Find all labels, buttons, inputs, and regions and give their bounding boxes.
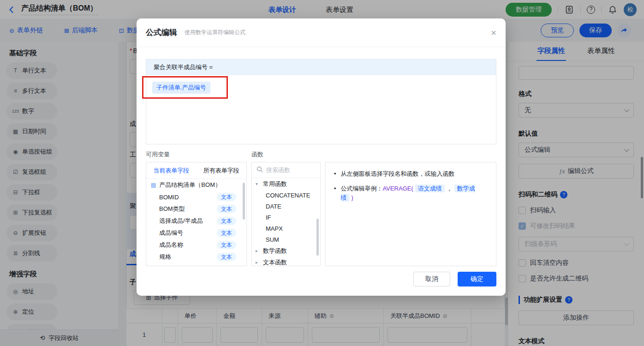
modal-subtitle: 使用数学运算符编辑公式 [185, 29, 245, 36]
formula-target: 聚合关联半成品编号 = [146, 60, 496, 75]
hint-line-2: • 公式编辑举例：AVERAGE(语文成绩，数学成绩) [334, 184, 488, 203]
functions-scrollbar[interactable] [316, 219, 319, 256]
modal-title: 公式编辑 [146, 27, 177, 38]
app-root: 产品结构清单（BOM） 表单设计 表单设置 数据管理 ? 检 ⊘表单外链 ⊠后端… [0, 0, 644, 346]
modal-header: 公式编辑 使用数学运算符编辑公式 × [137, 18, 506, 47]
function-search-input[interactable] [266, 167, 312, 173]
document-icon: ▤ [151, 182, 156, 188]
cancel-button[interactable]: 取消 [413, 272, 450, 286]
hints-panel: • 从左侧面板选择字段名和函数，或输入函数 • 公式编辑举例：AVERAGE(语… [325, 162, 496, 266]
chevron-right-icon: ▸ [256, 248, 260, 253]
function-group-text[interactable]: ▸ 文本函数 [252, 257, 320, 266]
variables-tabs: 当前表单字段 所有表单字段 [146, 162, 246, 179]
example-field-chip: 语文成绩 [415, 185, 445, 192]
tab-all-form-fields[interactable]: 所有表单字段 [203, 167, 239, 175]
formula-field-chip[interactable]: 子件清单.产品编号 [152, 82, 210, 94]
function-name-example: AVERAGE( [383, 185, 413, 192]
function-item[interactable]: CONCATENATE [252, 190, 320, 201]
formula-input-area[interactable]: 子件清单.产品编号 [146, 75, 496, 144]
function-item[interactable]: MAPX [252, 223, 320, 234]
variable-field[interactable]: BOMID文本 [146, 191, 246, 203]
variable-field[interactable]: 选择成品/半成品文本 [146, 215, 246, 227]
field-type-badge: 文本 [217, 253, 236, 261]
functions-label: 函数 [251, 150, 325, 159]
chevron-right-icon: ▸ [256, 260, 260, 265]
field-type-badge: 文本 [217, 229, 236, 237]
panel-labels: 可用变量 函数 [146, 150, 496, 159]
modal-footer: 取消 确定 [413, 272, 496, 286]
field-type-badge: 文本 [217, 193, 236, 201]
function-item[interactable]: DATE [252, 201, 320, 212]
variable-field[interactable]: 成品名称文本 [146, 239, 246, 251]
confirm-button[interactable]: 确定 [458, 272, 496, 286]
field-type-badge: 文本 [217, 217, 236, 225]
tab-current-form-fields[interactable]: 当前表单字段 [153, 167, 189, 175]
function-search[interactable] [252, 162, 320, 178]
functions-panel: ▾ 常用函数 CONCATENATE DATE IF MAPX SUM ▸ 数学… [251, 162, 321, 266]
chevron-down-icon: ▾ [256, 181, 260, 186]
panels-row: 当前表单字段 所有表单字段 ▤ 产品结构清单（BOM） BOMID文本 BOM类… [146, 162, 496, 266]
search-icon [256, 166, 263, 174]
variables-label: 可用变量 [146, 150, 251, 159]
field-type-badge: 文本 [217, 205, 236, 213]
modal-body: 聚合关联半成品编号 = 子件清单.产品编号 可用变量 函数 当前表单字段 所有表… [137, 47, 506, 275]
variable-field[interactable]: BOM类型文本 [146, 203, 246, 215]
formula-editor: 聚合关联半成品编号 = 子件清单.产品编号 [146, 59, 496, 144]
function-item[interactable]: SUM [252, 234, 320, 245]
field-type-badge: 文本 [217, 241, 236, 249]
function-item[interactable]: IF [252, 212, 320, 223]
formula-edit-modal: 公式编辑 使用数学运算符编辑公式 × 聚合关联半成品编号 = 子件清单.产品编号… [137, 18, 506, 296]
variables-panel: 当前表单字段 所有表单字段 ▤ 产品结构清单（BOM） BOMID文本 BOM类… [146, 162, 247, 266]
function-group-math[interactable]: ▸ 数学函数 [252, 245, 320, 257]
hint-line-1: • 从左侧面板选择字段名和函数，或输入函数 [334, 169, 488, 179]
variable-field[interactable]: 成品编号文本 [146, 227, 246, 239]
function-group-common[interactable]: ▾ 常用函数 [252, 178, 320, 190]
variables-scrollbar[interactable] [243, 183, 245, 220]
variables-tree-root[interactable]: ▤ 产品结构清单（BOM） [146, 179, 246, 191]
variable-field[interactable]: 规格文本 [146, 251, 246, 263]
close-icon[interactable]: × [491, 28, 496, 37]
